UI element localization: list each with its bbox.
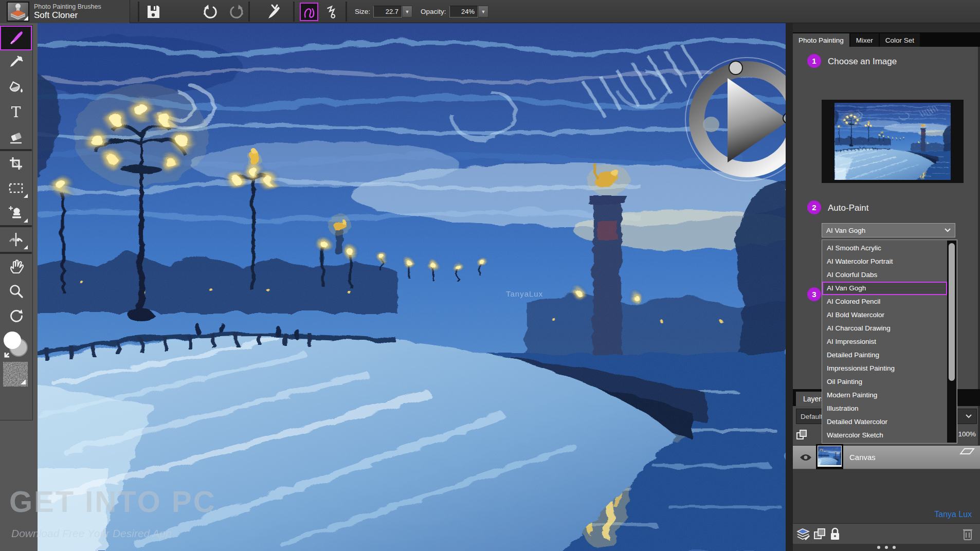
redo-button[interactable]: [228, 3, 245, 21]
autopaint-option[interactable]: Illustration: [822, 402, 947, 415]
autopaint-option[interactable]: AI Charcoal Drawing: [822, 322, 947, 335]
layer-visibility-eye-icon[interactable]: [800, 453, 812, 462]
opacity-dropdown-button[interactable]: ▼: [478, 6, 488, 17]
angular-stroke-button[interactable]: [322, 3, 340, 21]
autopaint-option[interactable]: Detailed Watercolor: [822, 415, 947, 429]
clone-stamp-icon: [8, 205, 24, 221]
delete-layer-icon[interactable]: [963, 527, 973, 541]
layer-mask-icon[interactable]: [959, 448, 975, 455]
zoom-tool[interactable]: [0, 279, 32, 303]
autopaint-option[interactable]: AI Colored Pencil: [822, 295, 947, 308]
smooth-stroke-icon: [302, 5, 316, 19]
crop-tool[interactable]: [0, 151, 32, 176]
layer-row-canvas[interactable]: Canvas: [793, 445, 980, 469]
step-1-badge: 1: [807, 54, 821, 68]
magnifier-icon: [8, 283, 24, 299]
smooth-stroke-button[interactable]: [300, 3, 318, 21]
clone-brush-button[interactable]: [263, 3, 282, 21]
hand-tool[interactable]: [0, 254, 32, 279]
autopaint-option[interactable]: AI Watercolor Portrait: [822, 255, 947, 268]
toolbar-separator: [346, 2, 347, 22]
autopaint-option[interactable]: Detailed Painting: [822, 348, 947, 362]
source-image-frame[interactable]: [822, 100, 964, 183]
step-3-badge: 3: [807, 287, 821, 301]
undo-button[interactable]: [202, 3, 219, 21]
autopaint-option[interactable]: Modern Painting: [822, 389, 947, 402]
list-scrollbar[interactable]: [947, 241, 956, 443]
opacity-label: Opacity:: [421, 0, 446, 23]
size-input[interactable]: 22.7: [373, 6, 402, 17]
brush-category-icon: [7, 2, 29, 22]
layer-thumbnail: [816, 444, 843, 470]
save-button[interactable]: [144, 3, 162, 21]
marquee-selection-tool[interactable]: [0, 176, 32, 200]
tab-color-set[interactable]: Color Set: [880, 33, 920, 47]
dropper-icon: [8, 55, 24, 70]
autopaint-option[interactable]: AI Impressionist: [822, 335, 947, 348]
site-watermark-title: GET INTO PC: [9, 484, 216, 519]
brush-tool[interactable]: [0, 26, 32, 50]
eraser-tool[interactable]: [0, 124, 32, 149]
step-1-label: Choose an Image: [828, 57, 897, 67]
color-swatches[interactable]: [0, 328, 32, 362]
blend-mode-value: Default: [801, 413, 823, 420]
clone-brush-icon: [264, 4, 281, 20]
autopaint-option[interactable]: AI Van Gogh: [822, 282, 947, 295]
rotate-icon: [8, 308, 24, 323]
panel-tab-bar: Photo Painting Mixer Color Set: [793, 32, 980, 47]
primary-color-swatch: [4, 332, 21, 349]
list-scrollbar-thumb[interactable]: [949, 243, 955, 381]
brush-selector[interactable]: Photo Painting Brushes Soft Cloner: [0, 0, 130, 23]
autopaint-option[interactable]: Watercolor Sketch: [822, 429, 947, 442]
text-icon: T: [8, 104, 24, 120]
brush-name-label: Soft Cloner: [34, 10, 101, 21]
tab-photo-painting[interactable]: Photo Painting: [793, 33, 849, 47]
mirror-painting-icon: [8, 232, 24, 247]
redo-icon: [229, 4, 244, 20]
autopaint-option[interactable]: AI Smooth Acrylic: [822, 242, 947, 255]
paint-bucket-icon: [8, 80, 24, 95]
layer-blend-icon: [796, 429, 807, 440]
text-tool[interactable]: T: [0, 100, 32, 124]
paper-texture-swatch[interactable]: [0, 362, 32, 389]
canvas[interactable]: TanyaLux: [33, 23, 786, 551]
marquee-icon: [8, 180, 24, 196]
clone-stamp-tool[interactable]: [0, 200, 32, 225]
right-panel: Photo Painting Mixer Color Set 1 Choose …: [793, 23, 980, 551]
layers-footer: [793, 523, 980, 544]
mirror-painting-tool[interactable]: [0, 227, 32, 252]
svg-text:T: T: [11, 104, 21, 120]
toolbar-separator: [138, 2, 139, 22]
opacity-input[interactable]: 24%: [449, 6, 478, 17]
canvas-artist-watermark: TanyaLux: [506, 289, 543, 298]
autoplay-control[interactable]: [679, 51, 786, 187]
toolbar-separator: [293, 2, 295, 22]
layer-name: Canvas: [849, 453, 876, 462]
save-icon: [147, 5, 160, 19]
hand-icon: [8, 259, 24, 274]
chevron-down-icon: [966, 414, 972, 418]
paint-bucket-tool[interactable]: [0, 75, 32, 100]
crop-icon: [8, 156, 24, 171]
size-dropdown-button[interactable]: ▼: [402, 6, 412, 17]
artist-link[interactable]: Tanya Lux: [934, 510, 972, 519]
autopaint-option[interactable]: AI Colorful Dabs: [822, 268, 947, 282]
autopaint-style-select[interactable]: AI Van Gogh: [822, 223, 955, 237]
lock-layer-icon[interactable]: [830, 527, 840, 541]
dropper-tool[interactable]: [0, 50, 32, 75]
layer-list-background: Tanya Lux: [793, 469, 980, 523]
layer-opacity-value[interactable]: 100%: [958, 430, 976, 438]
panel-top-strip: [793, 23, 980, 32]
tab-mixer[interactable]: Mixer: [850, 33, 879, 47]
autopaint-option[interactable]: Oil Painting: [822, 375, 947, 389]
chevron-down-icon: [945, 228, 951, 232]
panel-drag-handle[interactable]: [793, 544, 980, 551]
autopaint-option[interactable]: AI Bold Watercolor: [822, 308, 947, 322]
duplicate-layer-icon[interactable]: [813, 528, 826, 540]
autopaint-option[interactable]: Impressionist Painting: [822, 362, 947, 375]
new-layer-icon[interactable]: [796, 527, 811, 541]
canvas-scroll-track[interactable]: [786, 23, 793, 551]
toolbar-separator: [248, 2, 250, 22]
ring-knob[interactable]: [729, 61, 742, 75]
rotate-canvas-tool[interactable]: [0, 303, 32, 328]
